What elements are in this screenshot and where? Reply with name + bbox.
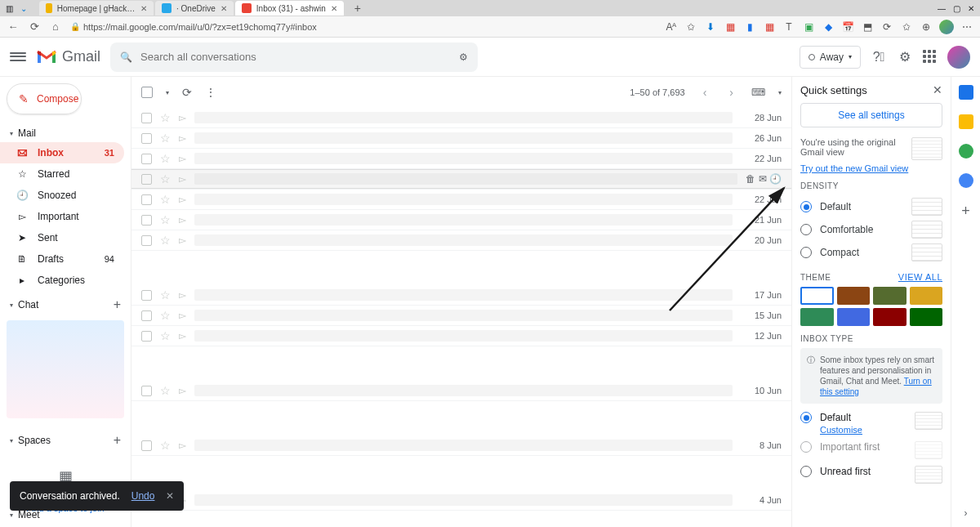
row-checkbox[interactable] [141, 331, 152, 342]
browser-tab[interactable]: Homepage | gHacks Technolog…✕ [39, 1, 154, 16]
theme-view-all-link[interactable]: View all [898, 272, 942, 282]
theme-swatch[interactable] [910, 308, 943, 326]
star-icon[interactable]: ☆ [160, 193, 171, 206]
settings-gear-icon[interactable]: ⚙ [897, 49, 913, 65]
sidebar-item-snoozed[interactable]: 🕘Snoozed [0, 185, 124, 206]
theme-swatch[interactable] [837, 308, 871, 326]
row-checkbox[interactable] [141, 215, 152, 226]
row-checkbox[interactable] [141, 235, 152, 246]
ext-icon-2[interactable]: ▦ [724, 20, 737, 33]
row-checkbox[interactable] [141, 174, 152, 185]
nav-home-button[interactable]: ⌂ [49, 20, 62, 33]
collections-icon[interactable]: ⊕ [920, 20, 933, 33]
mail-row[interactable]: ☆▻4 Jun [131, 490, 791, 511]
input-dropdown-icon[interactable]: ▾ [778, 89, 782, 96]
mail-row[interactable]: ☆▻8 Jun [131, 435, 791, 456]
next-page-button[interactable]: › [724, 86, 738, 99]
ext-icon-4[interactable]: ▦ [763, 20, 776, 33]
window-close-button[interactable]: ✕ [965, 2, 977, 14]
inbox-type-option[interactable]: DefaultCustomise [800, 409, 942, 438]
mail-row[interactable]: ☆▻17 Jun [131, 285, 791, 306]
profile-avatar-browser[interactable] [939, 20, 954, 34]
main-menu-button[interactable] [10, 49, 26, 65]
mail-row[interactable] [131, 456, 791, 490]
browser-menu-icon[interactable]: ⋯ [960, 20, 973, 33]
star-icon[interactable]: ☆ [160, 152, 171, 165]
more-icon[interactable]: ⋮ [205, 86, 216, 99]
refresh-icon[interactable]: ⟳ [182, 86, 192, 99]
tab-dropdown-icon[interactable]: ⌄ [18, 2, 29, 14]
row-checkbox[interactable] [141, 113, 152, 123]
row-checkbox[interactable] [141, 310, 152, 321]
importance-icon[interactable]: ▻ [179, 234, 186, 246]
search-box[interactable]: 🔍 ⚙ [110, 42, 478, 72]
row-checkbox[interactable] [141, 386, 152, 396]
importance-icon[interactable]: ▻ [179, 214, 186, 226]
ext-icon-10[interactable]: ⟳ [880, 20, 893, 33]
theme-swatch[interactable] [910, 287, 943, 305]
sidebar-item-categories[interactable]: ▸Categories [0, 270, 124, 291]
contacts-addon-icon[interactable] [959, 173, 973, 188]
search-options-icon[interactable]: ⚙ [459, 51, 468, 63]
new-tab-button[interactable]: + [352, 2, 363, 14]
mail-row[interactable]: ☆▻12 Jun [131, 326, 791, 346]
browser-tab[interactable]: · OneDrive✕ [155, 1, 234, 16]
star-icon[interactable]: ☆ [160, 111, 171, 124]
importance-icon[interactable]: ▻ [179, 153, 186, 164]
window-maximize-button[interactable]: ▢ [951, 2, 962, 14]
gmail-logo[interactable]: Gmail [36, 48, 100, 65]
spaces-section-header[interactable]: Spaces+ [0, 430, 131, 451]
row-hover-actions[interactable]: 🗑 ✉ 🕘 [746, 173, 782, 185]
chat-section-header[interactable]: Chat+ [0, 294, 131, 315]
sidebar-item-sent[interactable]: ➤Sent [0, 227, 124, 248]
theme-swatch[interactable] [873, 308, 906, 326]
ext-icon-5[interactable]: T [782, 20, 795, 33]
account-avatar[interactable] [947, 46, 970, 69]
presence-status-chip[interactable]: Away ▾ [800, 46, 861, 69]
tab-close-icon[interactable]: ✕ [331, 4, 337, 13]
add-chat-icon[interactable]: + [114, 297, 121, 312]
mail-section-header[interactable]: Mail [0, 124, 131, 142]
mail-row[interactable] [131, 511, 791, 527]
sidebar-item-inbox[interactable]: 🖂Inbox31 [0, 142, 124, 163]
ext-icon-7[interactable]: ◆ [822, 20, 835, 33]
ext-icon-8[interactable]: 📅 [841, 20, 854, 33]
star-icon[interactable]: ☆ [160, 329, 171, 342]
keyboard-icon[interactable]: ⌨ [751, 87, 765, 98]
ext-icon-1[interactable]: ⬇ [704, 20, 717, 33]
importance-icon[interactable]: ▻ [179, 330, 186, 342]
theme-swatch[interactable] [800, 287, 834, 305]
mail-row[interactable]: ☆▻26 Jun [131, 128, 791, 149]
mail-row[interactable] [131, 346, 791, 381]
star-icon[interactable]: ✩ [684, 20, 697, 33]
importance-icon[interactable]: ▻ [179, 385, 186, 396]
importance-icon[interactable]: ▻ [179, 440, 186, 451]
favorites-icon[interactable]: ✩ [900, 20, 913, 33]
importance-icon[interactable]: ▻ [179, 132, 186, 144]
sidebar-item-drafts[interactable]: 🗎Drafts94 [0, 248, 124, 270]
inbox-type-option[interactable]: Unread first [800, 462, 942, 487]
importance-icon[interactable]: ▻ [179, 194, 186, 205]
star-icon[interactable]: ☆ [160, 309, 171, 322]
try-new-view-link[interactable]: Try out the new Gmail view [800, 163, 942, 173]
browser-tab[interactable]: Inbox (31) - ashwin✕ [235, 1, 344, 16]
row-checkbox[interactable] [141, 290, 152, 301]
mail-row[interactable]: ☆▻20 Jun [131, 230, 791, 251]
keep-addon-icon[interactable] [959, 114, 973, 129]
select-dropdown-icon[interactable]: ▾ [166, 89, 169, 96]
chat-preview-card[interactable] [7, 320, 124, 418]
row-checkbox[interactable] [141, 194, 152, 205]
importance-icon[interactable]: ▻ [179, 112, 186, 123]
theme-swatch[interactable] [837, 287, 871, 305]
tab-list-icon[interactable]: ▥ [3, 2, 15, 14]
ext-icon-6[interactable]: ▣ [802, 20, 815, 33]
toast-undo-link[interactable]: Undo [131, 490, 155, 502]
google-apps-icon[interactable] [923, 50, 938, 65]
calendar-addon-icon[interactable] [959, 85, 973, 100]
url-field[interactable]: 🔒 https://mail.google.com/mail/u/0/?zx=e… [70, 22, 657, 32]
add-space-icon[interactable]: + [114, 433, 121, 448]
nav-back-button[interactable]: ← [7, 20, 20, 33]
importance-icon[interactable]: ▻ [179, 310, 186, 321]
theme-swatch[interactable] [800, 308, 834, 326]
select-all-checkbox[interactable] [141, 87, 153, 98]
